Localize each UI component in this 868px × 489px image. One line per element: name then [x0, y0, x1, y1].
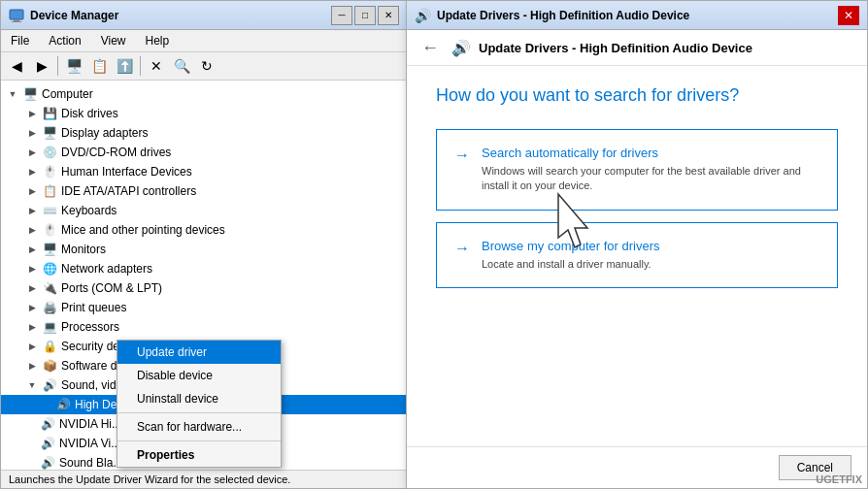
maximize-button[interactable]: □ [354, 6, 376, 25]
tree-item-label: Computer [42, 87, 93, 101]
ud-back-button[interactable]: ← [418, 36, 442, 59]
expand-mice[interactable]: ▶ [24, 222, 40, 238]
ports-icon: 🔌 [42, 280, 57, 296]
ud-option-auto-content: Search automatically for drivers Windows… [482, 146, 819, 194]
ud-content-area: How do you want to search for drivers? →… [407, 66, 867, 446]
tree-item-hid[interactable]: ▶ 🖱️ Human Interface Devices [1, 162, 407, 181]
tree-item-ports[interactable]: ▶ 🔌 Ports (COM & LPT) [1, 278, 407, 298]
expand-sound[interactable]: ▼ [24, 377, 40, 393]
expand-keyboards[interactable]: ▶ [24, 203, 40, 218]
expand-network[interactable]: ▶ [24, 261, 40, 277]
ud-footer: Cancel [407, 446, 867, 488]
expand-disk[interactable]: ▶ [24, 106, 40, 121]
computer-toolbar-btn[interactable]: 🖥️ [62, 54, 85, 78]
expand-monitors[interactable]: ▶ [24, 242, 40, 257]
scan-toolbar-btn[interactable]: 🔍 [170, 54, 193, 78]
tree-item-label: Print queues [61, 301, 126, 314]
expand-computer[interactable]: ▼ [5, 86, 20, 102]
tree-item-print[interactable]: ▶ 🖨️ Print queues [1, 298, 407, 317]
tree-item-label: Ports (COM & LPT) [61, 281, 162, 295]
expand-ide[interactable]: ▶ [24, 183, 40, 199]
expand-print[interactable]: ▶ [24, 300, 40, 315]
tree-item-label: DVD/CD-ROM drives [61, 146, 171, 159]
sound-icon: 🔊 [42, 377, 57, 393]
expand-processors[interactable]: ▶ [24, 319, 40, 335]
watermark: UGETFIX [816, 473, 862, 485]
status-text: Launches the Update Driver Wizard for th… [9, 473, 290, 485]
tree-item-mice[interactable]: ▶ 🖱️ Mice and other pointing devices [1, 220, 407, 240]
file-menu[interactable]: File [5, 32, 35, 49]
ud-option-auto-arrow: → [454, 147, 470, 164]
dm-menubar: File Action View Help [1, 30, 407, 52]
toolbar-sep-1 [57, 56, 58, 76]
ctx-uninstall-device[interactable]: Uninstall device [117, 387, 281, 410]
ctx-scan-hardware[interactable]: Scan for hardware... [117, 415, 281, 439]
ud-question: How do you want to search for drivers? [436, 85, 838, 106]
ctx-disable-device[interactable]: Disable device [117, 364, 281, 387]
view-menu[interactable]: View [95, 32, 132, 49]
update-driver-toolbar-btn[interactable]: ⬆️ [113, 54, 136, 78]
tree-item-label: NVIDIA Hi... [59, 417, 121, 431]
minimize-button[interactable]: ─ [331, 6, 352, 25]
back-toolbar-btn[interactable]: ◀ [5, 54, 28, 78]
expand-dvd[interactable]: ▶ [24, 145, 40, 160]
sound-bla1-icon: 🔊 [40, 455, 55, 470]
ud-option-auto-desc: Windows will search your computer for th… [482, 164, 819, 194]
tree-item-label: Monitors [61, 243, 106, 256]
ctx-properties[interactable]: Properties [117, 443, 281, 467]
properties-toolbar-btn[interactable]: 📋 [87, 54, 111, 78]
expand-display[interactable]: ▶ [24, 125, 40, 141]
ud-option-auto-title: Search automatically for drivers [482, 146, 819, 160]
update-drivers-dialog: 🔊 Update Drivers - High Definition Audio… [406, 0, 868, 489]
tree-item-display[interactable]: ▶ 🖥️ Display adapters [1, 123, 407, 143]
ud-option-browse-title: Browse my computer for drivers [482, 239, 819, 253]
ctx-sep-1 [117, 412, 281, 413]
dm-title-text: Device Manager [30, 9, 331, 22]
tree-item-processors[interactable]: ▶ 💻 Processors [1, 317, 407, 337]
processors-icon: 💻 [42, 319, 57, 335]
forward-toolbar-btn[interactable]: ▶ [30, 54, 53, 78]
ide-icon: 📋 [42, 183, 57, 199]
ctx-update-driver[interactable]: Update driver [117, 341, 281, 364]
tree-item-keyboards[interactable]: ▶ ⌨️ Keyboards [1, 201, 407, 220]
close-button[interactable]: ✕ [378, 6, 399, 25]
tree-item-label: Processors [61, 320, 119, 334]
uninstall-toolbar-btn[interactable]: ✕ [145, 54, 168, 78]
tree-item-dvd[interactable]: ▶ 💿 DVD/CD-ROM drives [1, 143, 407, 162]
action-menu[interactable]: Action [43, 32, 86, 49]
hid-icon: 🖱️ [42, 164, 57, 179]
dvd-icon: 💿 [42, 145, 57, 160]
ud-option-browse-content: Browse my computer for drivers Locate an… [482, 239, 819, 272]
ud-option-browse-desc: Locate and install a driver manually. [482, 257, 819, 272]
display-icon: 🖥️ [42, 125, 57, 141]
tree-item-disk[interactable]: ▶ 💾 Disk drives [1, 104, 407, 123]
tree-item-label: IDE ATA/ATAPI controllers [61, 184, 196, 198]
monitors-icon: 🖥️ [42, 242, 57, 257]
ud-option-browse-arrow: → [454, 240, 470, 257]
expand-security[interactable]: ▶ [24, 339, 40, 354]
ud-titlebar-title: Update Drivers - High Definition Audio D… [437, 9, 838, 22]
tree-item-label: Human Interface Devices [61, 165, 192, 179]
computer-icon: 🖥️ [22, 86, 38, 102]
software-icon: 📦 [42, 358, 57, 374]
context-menu: Update driver Disable device Uninstall d… [117, 340, 282, 468]
tree-item-ide[interactable]: ▶ 📋 IDE ATA/ATAPI controllers [1, 181, 407, 201]
tree-item-network[interactable]: ▶ 🌐 Network adapters [1, 259, 407, 278]
tree-item-label: Network adapters [61, 262, 152, 276]
ud-titlebar: 🔊 Update Drivers - High Definition Audio… [407, 1, 867, 30]
expand-hid[interactable]: ▶ [24, 164, 40, 179]
ud-option-browse[interactable]: → Browse my computer for drivers Locate … [436, 222, 838, 288]
expand-software[interactable]: ▶ [24, 358, 40, 374]
ud-close-button[interactable]: ✕ [838, 6, 859, 25]
tree-item-label: Disk drives [61, 107, 118, 120]
tree-item-computer[interactable]: ▼ 🖥️ Computer [1, 84, 407, 104]
help-menu[interactable]: Help [140, 32, 176, 49]
refresh-toolbar-btn[interactable]: ↻ [195, 54, 218, 78]
ud-nav-bar: ← 🔊 Update Drivers - High Definition Aud… [407, 30, 867, 66]
ud-nav-title: Update Drivers - High Definition Audio D… [479, 41, 752, 55]
svg-rect-2 [12, 21, 21, 22]
expand-ports[interactable]: ▶ [24, 280, 40, 296]
dm-titlebar-controls: ─ □ ✕ [331, 6, 399, 25]
tree-item-monitors[interactable]: ▶ 🖥️ Monitors [1, 240, 407, 259]
ud-option-auto[interactable]: → Search automatically for drivers Windo… [436, 129, 838, 211]
